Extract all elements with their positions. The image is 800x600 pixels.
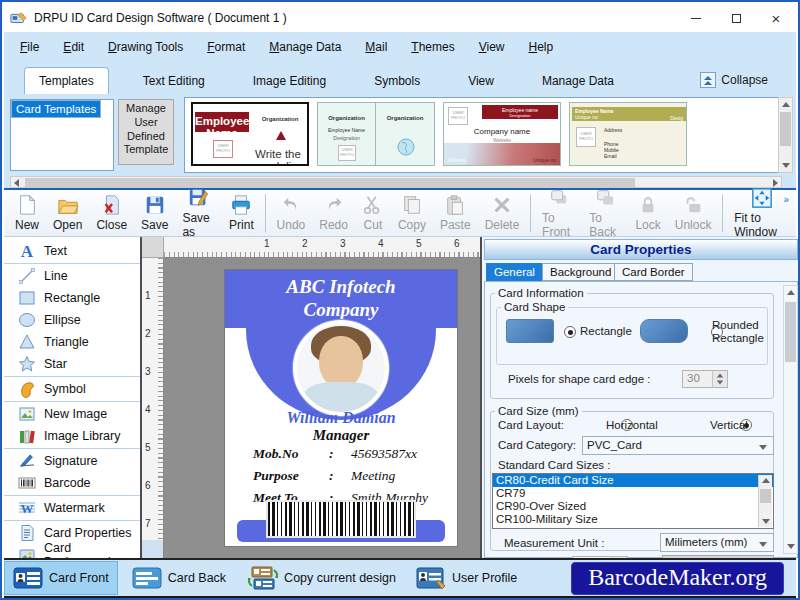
tab-templates[interactable]: Templates: [24, 67, 109, 94]
to-front-button[interactable]: To Front: [535, 185, 582, 241]
menu-file[interactable]: File: [20, 40, 39, 54]
user-profile-button[interactable]: User Profile: [408, 561, 525, 595]
menu-themes[interactable]: Themes: [411, 40, 454, 54]
gallery-vertical-scrollbar[interactable]: [778, 97, 793, 173]
maximize-button[interactable]: [716, 4, 756, 32]
size-item-cr80[interactable]: CR80-Credit Card Size: [493, 474, 773, 487]
tool-image-library[interactable]: Image Library: [4, 425, 140, 447]
card-front-button[interactable]: Card Front: [4, 561, 118, 595]
new-button[interactable]: New: [8, 192, 46, 234]
tool-watermark[interactable]: W Watermark: [4, 497, 140, 519]
save-button[interactable]: Save: [134, 192, 175, 234]
menu-edit[interactable]: Edit: [63, 40, 84, 54]
card-barcode[interactable]: [266, 500, 416, 538]
scroll-up-icon[interactable]: [782, 102, 790, 107]
manage-template-button[interactable]: Manage User Defined Template: [118, 99, 174, 165]
close-document-button[interactable]: Close: [89, 192, 134, 234]
globe-icon: [396, 137, 416, 157]
tool-line[interactable]: Line: [4, 265, 140, 287]
tab-manage-data[interactable]: Manage Data: [528, 68, 628, 94]
card-back-button[interactable]: Card Back: [124, 561, 234, 595]
menu-drawing-tools[interactable]: Drawing Tools: [108, 40, 183, 54]
panel-scrollbar[interactable]: [783, 285, 798, 554]
menu-mail[interactable]: Mail: [365, 40, 387, 54]
close-button[interactable]: ×: [756, 4, 796, 32]
toolbar-overflow-icon[interactable]: »: [783, 194, 788, 205]
list-item-card-templates[interactable]: Card Templates: [11, 100, 101, 118]
tab-text-editing[interactable]: Text Editing: [129, 68, 219, 94]
size-item-cr100[interactable]: CR100-Military Size: [493, 513, 773, 526]
tool-rectangle[interactable]: Rectangle: [4, 287, 140, 309]
tab-general[interactable]: General: [486, 263, 543, 281]
undo-button[interactable]: Undo: [270, 192, 313, 234]
sizes-list-scrollbar[interactable]: [758, 475, 772, 527]
scroll-down-icon[interactable]: [782, 163, 790, 168]
tool-triangle[interactable]: Triangle: [4, 331, 140, 353]
scroll-up-icon[interactable]: [762, 478, 770, 483]
menu-view[interactable]: View: [479, 40, 505, 54]
close-document-icon: [101, 194, 123, 216]
redo-button[interactable]: Redo: [312, 192, 355, 234]
rectangle-radio[interactable]: [564, 326, 576, 338]
copy-current-design-button[interactable]: Copy current design: [240, 561, 404, 595]
edge-pixels-spinner[interactable]: 30: [682, 370, 728, 388]
copy-button[interactable]: Copy: [391, 192, 433, 234]
image-library-icon: [18, 427, 36, 445]
print-button[interactable]: Print: [222, 192, 261, 234]
lock-button[interactable]: Lock: [628, 192, 667, 234]
tool-new-image[interactable]: New Image: [4, 403, 140, 425]
menu-manage-data[interactable]: Manage Data: [269, 40, 341, 54]
tool-symbol[interactable]: Symbol: [4, 378, 140, 400]
menu-format[interactable]: Format: [207, 40, 245, 54]
card-row-purpose[interactable]: Purpose : Meeting: [253, 468, 447, 484]
card-back-icon: [132, 566, 162, 590]
scroll-thumb[interactable]: [780, 112, 791, 146]
tool-barcode[interactable]: Barcode: [4, 472, 140, 494]
unlock-button[interactable]: Unlock: [668, 192, 719, 234]
scroll-down-icon[interactable]: [762, 519, 770, 524]
tool-signature[interactable]: Signature: [4, 450, 140, 472]
card-holder-title[interactable]: Manager: [225, 427, 457, 444]
standard-sizes-listbox[interactable]: CR80-Credit Card Size CR79 CR90-Over Siz…: [492, 473, 774, 529]
minimize-button[interactable]: [676, 4, 716, 32]
delete-button[interactable]: Delete: [478, 192, 527, 234]
card-design-front[interactable]: ABC InfotechCompany William Damian Manag…: [225, 270, 457, 546]
template-thumbnail-2[interactable]: Organization Employee Name Designation U…: [317, 102, 435, 166]
gallery-horizontal-scrollbar[interactable]: [10, 176, 782, 188]
collapse-button[interactable]: Collapse: [700, 72, 768, 94]
card-company-text[interactable]: ABC InfotechCompany: [225, 275, 457, 321]
to-back-button[interactable]: To Back: [582, 185, 628, 241]
measurement-unit-select[interactable]: Milimeters (mm): [660, 533, 774, 552]
spinner-arrows-icon[interactable]: [712, 371, 727, 387]
save-as-button[interactable]: Save as: [175, 185, 222, 241]
size-item-cr90[interactable]: CR90-Over Sized: [493, 500, 773, 513]
brand-badge: BarcodeMaker.org: [571, 562, 784, 595]
tool-star[interactable]: Star: [4, 353, 140, 375]
cut-button[interactable]: Cut: [355, 192, 391, 234]
tool-ellipse[interactable]: Ellipse: [4, 309, 140, 331]
tab-view[interactable]: View: [454, 68, 508, 94]
tool-text[interactable]: A Text: [4, 240, 140, 262]
size-item-cr79[interactable]: CR79: [493, 487, 773, 500]
design-canvas[interactable]: 1 2 3 4 5 6 1 2 3 4 5 6 7 ABC InfotechCo…: [142, 237, 480, 560]
scroll-left-icon[interactable]: [14, 179, 19, 187]
card-row-mobno[interactable]: Mob.No : 45693587xx: [253, 446, 447, 462]
scroll-down-icon[interactable]: [787, 544, 795, 549]
card-photo[interactable]: [293, 320, 389, 416]
card-category-select[interactable]: PVC_Card: [582, 436, 774, 455]
svg-text:A: A: [21, 242, 34, 260]
tab-background[interactable]: Background: [542, 263, 619, 281]
tab-symbols[interactable]: Symbols: [360, 68, 434, 94]
template-thumbnail-5[interactable]: Employee Name Unique no Desig USER PHOTO…: [569, 102, 687, 166]
tab-image-editing[interactable]: Image Editing: [239, 68, 340, 94]
scroll-up-icon[interactable]: [787, 290, 795, 295]
card-holder-name[interactable]: William Damian: [225, 409, 457, 427]
template-thumbnail-3[interactable]: Employee name Designation USER PHOTO Com…: [443, 102, 561, 166]
paste-button[interactable]: Paste: [433, 192, 478, 234]
tab-card-border[interactable]: Card Border: [614, 263, 693, 281]
scroll-thumb[interactable]: [785, 302, 796, 362]
menu-help[interactable]: Help: [529, 40, 554, 54]
scroll-thumb[interactable]: [760, 489, 771, 503]
template-thumbnail-4-selected[interactable]: Employee Name Designation USER PHOTO Org…: [191, 102, 309, 166]
open-button[interactable]: Open: [46, 192, 89, 234]
